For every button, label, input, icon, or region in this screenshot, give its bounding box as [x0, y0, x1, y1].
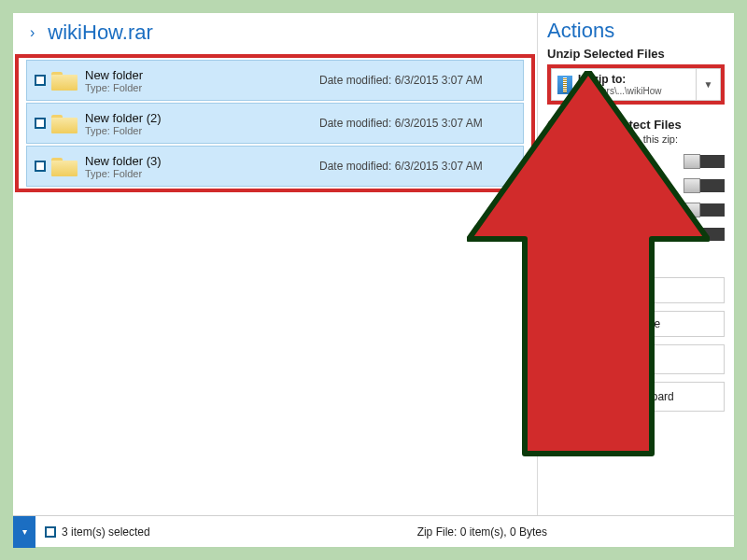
pdf-label: Convert to PDF: [568, 203, 678, 217]
main-area: › wikiHow.rar New folder Type: Folder Da…: [13, 13, 734, 515]
file-type: Type: Folder: [85, 168, 319, 179]
lock-icon: [547, 154, 560, 169]
status-zip: Zip File: 0 item(s), 0 Bytes: [417, 525, 547, 539]
pdf-option[interactable]: Convert to PDF: [547, 203, 725, 217]
watermark-icon: [547, 227, 560, 242]
share-social-label: Social media: [580, 353, 644, 366]
status-menu-button[interactable]: ▾: [13, 516, 35, 548]
pdf-toggle[interactable]: [684, 203, 725, 217]
folder-icon: [51, 156, 78, 176]
file-row[interactable]: New folder (2) Type: Folder Date modifie…: [26, 103, 524, 144]
file-pane: › wikiHow.rar New folder Type: Folder Da…: [13, 13, 538, 515]
status-bar: ▾ 3 item(s) selected Zip File: 0 item(s)…: [13, 515, 734, 547]
chevron-down-icon: ▼: [704, 79, 713, 90]
app-window: › wikiHow.rar New folder Type: Folder Da…: [13, 13, 734, 547]
folder-icon: [51, 113, 78, 133]
file-row[interactable]: New folder (3) Type: Folder Date modifie…: [26, 146, 524, 187]
share-social-button[interactable]: Social media: [547, 344, 725, 374]
person-icon: [556, 351, 569, 364]
checkbox-icon[interactable]: [35, 75, 46, 86]
watermark-label: Watermark: [568, 228, 678, 241]
unzip-dropdown-button[interactable]: ▼: [696, 69, 720, 100]
unzip-path: C:\Users\...\wikiHow: [578, 86, 661, 96]
back-icon[interactable]: ›: [30, 24, 35, 41]
archive-title: wikiHow.rar: [48, 21, 152, 45]
zip-icon: [557, 76, 572, 94]
actions-pane: Actions Unzip Selected Files Unzip to: C…: [538, 13, 734, 515]
encrypt-option[interactable]: Encrypt: [547, 154, 725, 169]
share-email-label: Email: [580, 284, 608, 297]
mail-icon: [556, 285, 572, 296]
reduce-label: Reduce Photos: [568, 179, 678, 192]
share-im-button[interactable]: Instant message: [547, 311, 725, 337]
share-im-label: Instant message: [578, 317, 660, 330]
file-name: New folder (2): [85, 111, 319, 125]
share-clipboard-button[interactable]: Share via clipboard: [547, 382, 725, 412]
file-list-highlight: New folder Type: Folder Date modified: 6…: [15, 54, 535, 192]
image-icon: [547, 178, 562, 189]
chat-icon: [556, 318, 571, 329]
file-date: Date modified: 6/3/2015 3:07 AM: [319, 160, 515, 173]
unzip-main[interactable]: Unzip to: C:\Users\...\wikiHow: [552, 69, 696, 100]
pdf-icon: [547, 203, 560, 217]
unzip-section-label: Unzip Selected Files: [547, 47, 725, 61]
status-left: 3 item(s) selected: [45, 525, 417, 539]
file-row[interactable]: New folder Type: Folder Date modified: 6…: [26, 60, 524, 101]
encrypt-label: Encrypt: [568, 155, 678, 168]
file-date: Date modified: 6/3/2015 3:07 AM: [319, 117, 515, 130]
encrypt-toggle[interactable]: [684, 155, 725, 168]
file-name: New folder (3): [85, 154, 319, 168]
checkbox-icon[interactable]: [35, 118, 46, 129]
file-name: New folder: [85, 68, 319, 82]
file-list: New folder Type: Folder Date modified: 6…: [21, 60, 529, 187]
clipboard-icon: [556, 388, 571, 405]
file-date: Date modified: 6/3/2015 3:07 AM: [319, 74, 515, 87]
unzip-to-button[interactable]: Unzip to: C:\Users\...\wikiHow ▼: [551, 68, 721, 101]
convert-section-label: Convert & Protect Files: [547, 118, 725, 132]
actions-title: Actions: [547, 19, 725, 43]
checkbox-icon[interactable]: [35, 161, 46, 172]
folder-icon: [51, 70, 78, 91]
watermark-toggle[interactable]: [684, 228, 725, 241]
watermark-option[interactable]: Watermark: [547, 227, 725, 242]
unzip-text: Unzip to: C:\Users\...\wikiHow: [578, 73, 661, 96]
file-text: New folder (3) Type: Folder: [85, 154, 319, 179]
status-selected: 3 item(s) selected: [62, 525, 150, 539]
unzip-highlight: Unzip to: C:\Users\...\wikiHow ▼: [547, 64, 725, 105]
reduce-photos-option[interactable]: Reduce Photos: [547, 178, 725, 193]
reduce-toggle[interactable]: [684, 179, 725, 192]
file-type: Type: Folder: [85, 82, 319, 93]
breadcrumb: › wikiHow.rar: [13, 13, 537, 50]
unzip-label: Unzip to:: [578, 73, 661, 86]
share-email-button[interactable]: Email: [547, 277, 725, 303]
file-type: Type: Folder: [85, 125, 319, 136]
select-all-checkbox[interactable]: [45, 526, 56, 538]
file-text: New folder Type: Folder: [85, 68, 319, 93]
file-text: New folder (2) Type: Folder: [85, 111, 319, 136]
share-clipboard-label: Share via clipboard: [578, 390, 674, 403]
convert-section-sub: When adding files to this zip:: [547, 133, 725, 145]
